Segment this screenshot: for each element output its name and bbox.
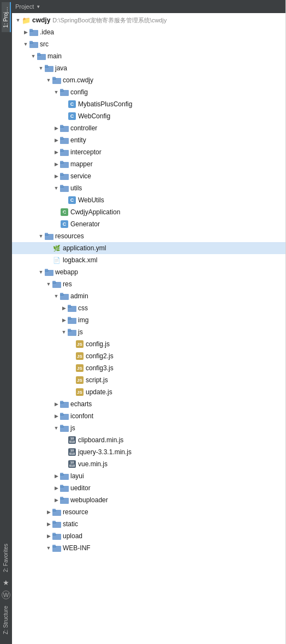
tree-toggle [68, 340, 75, 348]
tree-row[interactable]: ▶layui [12, 470, 285, 482]
tree-toggle[interactable]: ▶ [52, 412, 60, 420]
tree-row[interactable]: ▼resources [12, 230, 285, 242]
tree-item-label: res [63, 280, 72, 288]
root-path: D:\SpringBoot宠物寄养服务管理系统\cwdjy [52, 16, 166, 25]
tree-toggle[interactable]: ▶ [52, 124, 60, 132]
tree-toggle[interactable]: ▼ [52, 292, 60, 300]
tree-toggle[interactable]: ▶ [52, 136, 60, 144]
tree-row[interactable]: ▼js [12, 422, 285, 434]
tree-row[interactable]: JSupdate.js [12, 386, 285, 398]
tree-toggle[interactable]: ▶ [52, 160, 60, 168]
tab-structure[interactable]: Z: Structure [2, 603, 11, 637]
tree-row[interactable]: ▼js [12, 326, 285, 338]
tree-toggle[interactable]: ▶ [52, 472, 60, 480]
tree-row[interactable]: ▼res [12, 278, 285, 290]
tree-item-label: img [78, 316, 88, 324]
tree-toggle[interactable]: ▶ [52, 172, 60, 180]
tree-row[interactable]: C▶CwdjyApplication [12, 206, 285, 218]
tree-toggle[interactable]: ▶ [60, 304, 68, 312]
tree-row[interactable]: ▶controller [12, 122, 285, 134]
tree-toggle[interactable]: ▶ [52, 400, 60, 408]
tree-row[interactable]: ▶mapper [12, 158, 285, 170]
tree-row[interactable]: ▶static [12, 518, 285, 530]
svg-rect-83 [52, 533, 56, 534]
star-icon: ★ [2, 579, 10, 587]
tree-row[interactable]: 10010clipboard.min.js [12, 434, 285, 446]
tree-row[interactable]: ▼WEB-INF [12, 542, 285, 554]
minjs-file-icon: 10010 [68, 460, 76, 468]
tree-row[interactable]: ▶upload [12, 530, 285, 542]
tree-toggle[interactable]: ▶ [52, 148, 60, 156]
tree-row[interactable]: CWebConfig [12, 110, 285, 122]
tree-item-label: main [47, 52, 62, 60]
tree-toggle[interactable]: ▼ [22, 40, 29, 48]
tree-toggle[interactable]: ▼ [45, 76, 52, 84]
tree-row[interactable]: ▼src [12, 38, 285, 50]
tree-toggle[interactable]: ▼ [37, 64, 45, 72]
tree-row[interactable]: ▶interceptor [12, 146, 285, 158]
tree-item-label: vue.min.js [78, 460, 108, 468]
tree-row[interactable]: ▶service [12, 170, 285, 182]
tree-item-label: application.yml [63, 244, 106, 252]
tree-toggle[interactable]: ▼ [52, 88, 60, 96]
tree-row[interactable]: JSconfig2.js [12, 350, 285, 362]
tree-row[interactable]: ▼java [12, 62, 285, 74]
tree-toggle[interactable]: ▶ [45, 520, 52, 528]
tree-row[interactable]: CMybatisPlusConfig [12, 98, 285, 110]
tree-row[interactable]: 📄logback.xml [12, 254, 285, 266]
web-icon[interactable]: W [2, 591, 10, 599]
tree-toggle[interactable]: ▶ [45, 532, 52, 540]
folder-icon [29, 40, 38, 49]
tree-row[interactable]: JSconfig.js [12, 338, 285, 350]
tree-row[interactable]: ▶entity [12, 134, 285, 146]
tree-row[interactable]: ▶ueditor [12, 482, 285, 494]
tree-row[interactable]: JSscript.js [12, 374, 285, 386]
tab-project[interactable]: 1: Proj… [2, 2, 11, 32]
tree-toggle[interactable]: ▶ [60, 316, 68, 324]
tree-row[interactable]: ▼main [12, 50, 285, 62]
tree-row[interactable]: ▼utils [12, 182, 285, 194]
tree-row[interactable]: ▶.idea [12, 26, 285, 38]
tree-item-label: update.js [86, 388, 112, 396]
tree-toggle[interactable]: ▼ [52, 184, 60, 192]
folder-icon [37, 52, 46, 61]
folder-icon [60, 136, 69, 145]
tree-toggle[interactable]: ▼ [52, 424, 60, 432]
tree-toggle[interactable]: ▼ [45, 544, 52, 552]
tree-row[interactable]: ▼config [12, 86, 285, 98]
tree-toggle[interactable]: ▼ [60, 328, 68, 336]
js-file-icon: JS [75, 364, 84, 372]
tree-row[interactable]: 10010jquery-3.3.1.min.js [12, 446, 285, 458]
tree-toggle[interactable]: ▼ [37, 232, 45, 240]
tree-row[interactable]: ▶echarts [12, 398, 285, 410]
tree-item-label: java [55, 64, 67, 72]
tree-row[interactable]: ▼📁cwdjyD:\SpringBoot宠物寄养服务管理系统\cwdjy [12, 14, 285, 26]
tab-favorites[interactable]: 2: Favorites [2, 540, 11, 575]
tree-row[interactable]: JSconfig3.js [12, 362, 285, 374]
tree-toggle[interactable]: ▼ [14, 16, 22, 24]
tree-toggle[interactable]: ▼ [29, 52, 37, 60]
tree-row[interactable]: ▶webuploader [12, 494, 285, 506]
tree-row[interactable]: ▼admin [12, 290, 285, 302]
tree-row[interactable]: 10010vue.min.js [12, 458, 285, 470]
tree-item-label: controller [70, 124, 97, 132]
tree-toggle[interactable]: ▶ [52, 484, 60, 492]
tree-row[interactable]: CWebUtils [12, 194, 285, 206]
tree-row[interactable]: CGenerator [12, 218, 285, 230]
tree-row[interactable]: ▼webapp [12, 266, 285, 278]
tree-toggle[interactable]: ▼ [45, 280, 52, 288]
tree-row[interactable]: ▼com.cwdjy [12, 74, 285, 86]
tree-row[interactable]: ▶css [12, 302, 285, 314]
tree-row[interactable]: ▶iconfont [12, 410, 285, 422]
tree-toggle[interactable]: ▶ [22, 28, 29, 36]
tree-item-label: iconfont [70, 412, 93, 420]
tree-toggle[interactable]: ▼ [37, 268, 45, 276]
tree-toggle[interactable]: ▶ [52, 496, 60, 504]
tree-row[interactable]: ▶resource [12, 506, 285, 518]
tree-row[interactable]: ▶img [12, 314, 285, 326]
svg-rect-8 [37, 53, 40, 55]
tree-row[interactable]: 🌿application.yml [12, 242, 285, 254]
tree-item-label: static [63, 520, 78, 528]
folder-icon [52, 76, 61, 85]
tree-toggle[interactable]: ▶ [45, 508, 52, 516]
